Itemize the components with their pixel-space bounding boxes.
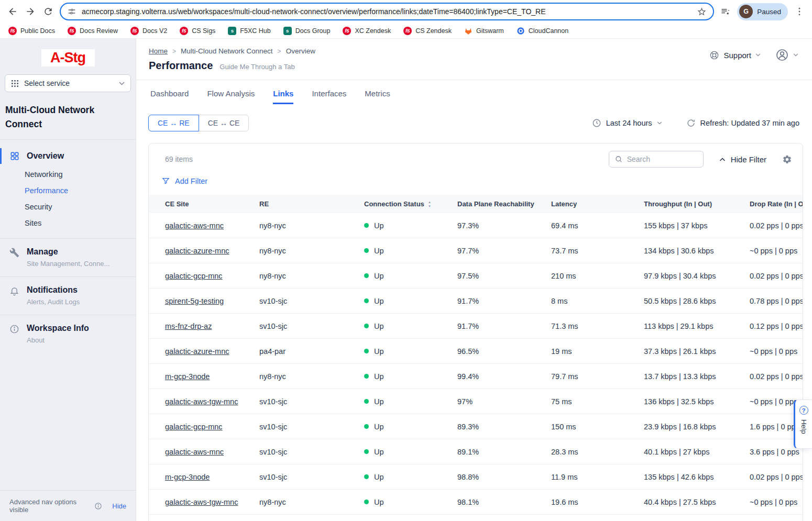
time-range-select[interactable]: Last 24 hours [592, 118, 662, 128]
ce-site-link[interactable]: ms-fnz-drp-az [165, 322, 212, 330]
tab-metrics[interactable]: Metrics [365, 89, 390, 104]
breadcrumb-home[interactable]: Home [149, 47, 168, 55]
sidebar-item-sites[interactable]: Sites [0, 215, 136, 231]
profile-chip[interactable]: G Paused [737, 3, 788, 20]
bookmark-gitswarm[interactable]: Gitswarm [464, 27, 504, 35]
brand-logo[interactable]: A-Stg [41, 49, 95, 66]
add-filter-button[interactable]: Add Filter [161, 176, 207, 185]
status-up-dot [364, 223, 369, 228]
ce-site-link[interactable]: galactic-azure-mnc [165, 347, 229, 356]
media-controls-icon[interactable] [719, 5, 732, 18]
bookmark-cs-zendesk[interactable]: f5CS Zendesk [403, 27, 452, 35]
browser-menu-icon[interactable] [793, 5, 806, 18]
sidebar-item-workspace-info[interactable]: Workspace InfoAbout [0, 315, 136, 353]
search-box[interactable] [609, 151, 704, 168]
drop-rate-cell: ~0 pps | 0 pps [750, 498, 803, 506]
gitlab-icon [464, 27, 473, 35]
sidebar-overview-label: Overview [27, 151, 64, 161]
sidebar-item-overview[interactable]: Overview [0, 147, 136, 165]
refresh-button[interactable]: Refresh: Updated 37 min ago [686, 118, 799, 128]
hide-filter-button[interactable]: Hide Filter [719, 155, 766, 164]
hide-nav-link[interactable]: Hide [112, 502, 126, 510]
table-settings-gear-icon[interactable] [782, 154, 792, 164]
column-header-throughput-in-out[interactable]: Throughput (In | Out) [644, 200, 750, 208]
drop-rate-cell: 0.02 pps | 0 pps [750, 372, 803, 381]
sidebar-item-networking[interactable]: Networking [0, 167, 136, 183]
toggle-ce-re[interactable]: CE ↔ RE [148, 115, 199, 131]
tab-interfaces[interactable]: Interfaces [312, 89, 346, 104]
bookmark-xc-zendesk[interactable]: f5XC Zendesk [343, 27, 391, 35]
info-icon [94, 502, 102, 510]
ce-site-link[interactable]: m-gcp-3node [165, 473, 210, 481]
breadcrumb-multi-cloud-network-connect[interactable]: Multi-Cloud Network Connect [181, 47, 273, 55]
column-header-connection-status[interactable]: Connection Status▲▼ [364, 200, 457, 208]
tab-flow-analysis[interactable]: Flow Analysis [207, 89, 255, 104]
ce-site-link[interactable]: galactic-aws-tgw-mnc [165, 397, 238, 406]
ce-site-link[interactable]: galactic-gcp-mnc [165, 272, 223, 280]
re-cell: ny8-nyc [259, 498, 364, 506]
latency-cell: 11.9 ms [551, 473, 644, 481]
profile-avatar: G [739, 5, 753, 18]
ce-site-link[interactable]: galactic-gcp-mnc [165, 423, 223, 431]
column-header-data-plane-reachability[interactable]: Data Plane Reachability [457, 200, 551, 208]
reload-icon[interactable] [42, 5, 54, 18]
latency-cell: 19.6 ms [551, 498, 644, 506]
bookmark-public-docs[interactable]: f5Public Docs [8, 27, 55, 35]
throughput-cell: 13.7 kbps | 13.3 kbps [644, 372, 750, 381]
toggle-ce-ce[interactable]: CE ↔ CE [199, 115, 249, 131]
ce-site-link[interactable]: galactic-aws-mnc [165, 448, 224, 456]
bookmark-docs-group[interactable]: sDocs Group [283, 27, 331, 35]
table-row: galactic-gcp-mncny8-nycUp97.5%210 ms97.9… [149, 263, 803, 289]
reachability-cell: 97.3% [457, 221, 551, 230]
ce-site-link[interactable]: galactic-azure-mnc [165, 247, 229, 255]
search-input[interactable] [627, 155, 698, 163]
support-menu[interactable]: Support [709, 50, 761, 60]
bookmark-docs-review[interactable]: f5Docs Review [68, 27, 118, 35]
column-header-re[interactable]: RE [259, 200, 364, 208]
help-label: Help [800, 419, 808, 434]
re-cell: sv10-sjc [259, 397, 364, 406]
table-row: galactic-gcp-mncsv10-sjcUp89.3%150 ms23.… [149, 414, 803, 439]
url-text[interactable]: acmecorp.staging.volterra.us/web/workspa… [82, 7, 692, 16]
column-header-latency[interactable]: Latency [551, 200, 644, 208]
sort-icon[interactable]: ▲▼ [428, 200, 431, 208]
bookmark-cs-sigs[interactable]: f5CS Sigs [180, 27, 215, 35]
latency-cell: 28.3 ms [551, 448, 644, 456]
connection-status-cell: Up [364, 448, 457, 456]
page-subtitle[interactable]: Guide Me Through a Tab [220, 63, 294, 71]
back-icon[interactable] [6, 5, 19, 18]
site-settings-icon[interactable] [67, 7, 76, 16]
re-cell: pa4-par [259, 347, 364, 356]
bookmark-cloudcannon[interactable]: CloudCannon [517, 27, 568, 35]
throughput-cell: 40.4 kbps | 27.5 kbps [644, 498, 750, 506]
column-header-drop-rate-in-out[interactable]: Drop Rate (In | Out) [750, 200, 803, 208]
ce-site-link[interactable]: galactic-aws-tgw-mnc [165, 498, 238, 506]
url-bar[interactable]: acmecorp.staging.volterra.us/web/workspa… [60, 3, 714, 20]
tab-links[interactable]: Links [273, 89, 293, 104]
ce-site-link[interactable]: spirent-5g-testing [165, 297, 224, 305]
chevron-up-icon [719, 158, 726, 161]
sidebar-item-notifications[interactable]: NotificationsAlerts, Audit Logs [0, 276, 136, 315]
bookmark-f5xc-hub[interactable]: sF5XC Hub [228, 27, 270, 35]
table-row: galactic-aws-mncny8-nycUp97.3%69.4 ms155… [149, 213, 803, 238]
sidebar-item-manage[interactable]: ManageSite Management, Conne... [0, 238, 136, 276]
tab-dashboard[interactable]: Dashboard [150, 89, 189, 104]
account-menu[interactable] [775, 48, 798, 62]
bookmark-star-icon[interactable] [697, 7, 707, 17]
help-widget[interactable]: ? Help [794, 400, 812, 449]
re-cell: ny8-nyc [259, 272, 364, 280]
table-row: galactic-aws-tgw-mncny8-nycUp98.1%19.6 m… [149, 490, 803, 515]
bookmark-docs-v2[interactable]: f5Docs V2 [130, 27, 167, 35]
ce-site-link[interactable]: galactic-aws-mnc [165, 221, 224, 230]
column-header-ce-site[interactable]: CE Site [165, 200, 259, 208]
connection-status-cell: Up [364, 397, 457, 406]
service-selector[interactable]: Select service [5, 74, 131, 92]
sidebar-item-security[interactable]: Security [0, 199, 136, 215]
lifebuoy-icon [709, 50, 719, 60]
clock-icon [592, 118, 601, 128]
status-up-dot [364, 248, 369, 253]
chevron-down-icon [657, 121, 662, 125]
ce-site-link[interactable]: m-gcp-3node [165, 372, 210, 381]
forward-icon[interactable] [24, 5, 37, 18]
sidebar-item-performance[interactable]: Performance [0, 183, 136, 199]
